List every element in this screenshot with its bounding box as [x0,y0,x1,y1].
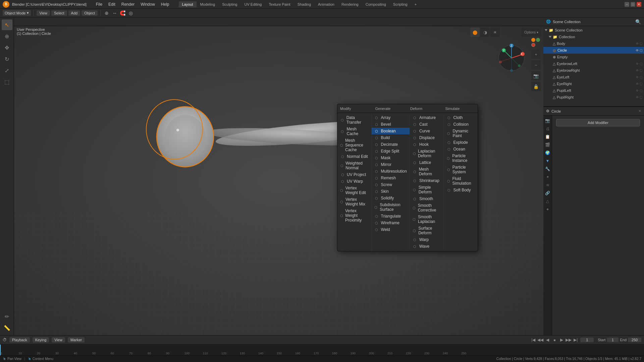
tab-rendering[interactable]: Rendering [338,1,362,7]
mod-subdivision-surface[interactable]: ⬡ Subdivision Surface [372,201,410,213]
tree-scene-collection[interactable]: 📁 Scene Collection [543,27,644,34]
mod-weighted-normal[interactable]: ⬡ Weighted Normal [337,160,371,171]
menu-file[interactable]: File [93,1,105,7]
circle-restrict1[interactable]: 👁 [636,49,639,52]
jump-prev-keyframe-btn[interactable]: ◀◀ [537,337,544,343]
tree-circle[interactable]: ◎ Circle 👁 ⬡ [543,47,644,54]
play-reverse-btn[interactable]: ◀ [544,337,551,343]
ebr-r2[interactable]: ⬡ [640,69,643,72]
render-props-icon[interactable]: 📷 [544,117,551,124]
mod-dynamic-paint[interactable]: ⬡ Dynamic Paint [444,128,478,139]
mod-boolean[interactable]: ⬡ Boolean [372,128,410,134]
mod-curve[interactable]: ⬡ Curve [410,128,444,134]
circle-restrict2[interactable]: ⬡ [640,49,643,52]
menu-edit[interactable]: Edit [106,1,118,7]
measure-tool[interactable]: 📏 [2,322,12,333]
tab-uv-editing[interactable]: UV Editing [241,1,265,7]
tab-add[interactable]: + [411,1,420,7]
jump-end-btn[interactable]: ▶| [572,337,579,343]
snap-icon[interactable]: 🧲 [119,10,126,16]
body-restrict2[interactable]: ⬡ [640,42,643,46]
mod-hook[interactable]: ⬡ Hook [410,141,444,148]
nav-gizmo-svg[interactable]: X Y Z [496,43,527,73]
mod-smooth-corrective[interactable]: ⬡ Smooth Corrective [410,202,444,214]
mod-mirror[interactable]: ⬡ Mirror [372,161,410,168]
menu-render[interactable]: Render [119,1,137,7]
physics-icon[interactable]: ≋ [544,181,551,189]
ebr-r1[interactable]: 👁 [636,69,639,72]
timeline-ruler[interactable]: 1 10 20 30 40 50 60 70 80 90 100 110 120… [0,344,644,356]
mod-vertex-weight-edit[interactable]: ⬡ Vertex Weight Edit [337,185,371,196]
body-restrict1[interactable]: 👁 [636,42,639,46]
mod-collision[interactable]: ⬡ Collision [444,121,478,128]
mod-displace[interactable]: ⬡ Displace [410,134,444,141]
tab-sculpting[interactable]: Sculpting [219,1,240,7]
add-modifier-button[interactable]: Add Modifier [556,119,640,126]
playback-btn[interactable]: Playback [9,337,30,343]
solid-shading-btn[interactable]: ⬤ [470,27,480,37]
navigation-gizmo[interactable]: X Y Z [496,43,527,73]
el-r1[interactable]: 👁 [636,75,639,79]
mod-warp[interactable]: ⬡ Warp [410,236,444,243]
scene-props-icon[interactable]: 🎬 [544,141,551,148]
mod-edge-split[interactable]: ⬡ Edge Split [372,148,410,155]
mod-laplacian-deform[interactable]: ⬡ Laplacian Deform [410,148,444,159]
mod-explode[interactable]: ⬡ Explode [444,139,478,146]
jump-start-btn[interactable]: |◀ [530,337,537,343]
mod-bevel[interactable]: ⬡ Bevel [372,121,410,128]
start-frame-input[interactable] [607,338,619,342]
maximize-button[interactable]: □ [631,2,635,7]
mod-mesh-sequence-cache[interactable]: ⬡ Mesh Sequence Cache [337,137,371,153]
ebl-r1[interactable]: 👁 [636,62,639,66]
tab-compositing[interactable]: Compositing [362,1,389,7]
keying-btn[interactable]: Keying [33,337,49,343]
mod-cast[interactable]: ⬡ Cast [410,121,444,128]
tree-eye-right[interactable]: △ EyeRight 👁 ⬡ [543,80,644,87]
tab-layout[interactable]: Layout [179,1,197,7]
mod-data-transfer[interactable]: ⬡ Data Transfer [337,114,371,126]
mod-smooth-laplacian[interactable]: ⬡ Smooth Laplacian [410,214,444,225]
mod-wireframe[interactable]: ⬡ Wireframe [372,220,410,226]
mod-surface-deform[interactable]: ⬡ Surface Deform [410,225,444,236]
tree-empty[interactable]: ⊕ Empty [543,54,644,60]
menu-help[interactable]: Help [158,1,172,7]
mod-particle-instance[interactable]: ⬡ Particle Instance [444,153,478,164]
tab-modeling[interactable]: Modeling [197,1,219,7]
viewport-lock[interactable]: 🔒 [531,82,541,91]
mod-particle-system[interactable]: ⬡ Particle System [444,164,478,175]
constraints-icon[interactable]: 🔗 [544,189,551,197]
tree-eyebrow-right[interactable]: △ EyebrowRight 👁 ⬡ [543,67,644,74]
tab-texture-paint[interactable]: Texture Paint [265,1,293,7]
menu-window[interactable]: Window [138,1,158,7]
tree-collection[interactable]: 📁 Collection [543,34,644,40]
rotate-tool[interactable]: ↻ [2,54,12,64]
el-r2[interactable]: ⬡ [640,75,643,79]
output-props-icon[interactable]: 🖨 [544,125,551,132]
tab-shading[interactable]: Shading [294,1,314,7]
close-button[interactable]: ✕ [637,2,641,7]
tree-eye-left[interactable]: △ EyeLeft 👁 ⬡ [543,74,644,80]
mod-uv-warp[interactable]: ⬡ UV Warp [337,178,371,185]
tree-eyebrow-left[interactable]: △ EyebrowLeft 👁 ⬡ [543,60,644,67]
end-frame-input[interactable] [628,338,641,342]
tree-pupil-left[interactable]: △ PupilLeft 👁 ⬡ [543,87,644,94]
mod-mesh-cache[interactable]: ⬡ Mesh Cache [337,126,371,137]
mod-ocean[interactable]: ⬡ Ocean [444,146,478,153]
outliner-filter-icon[interactable]: 🔍 [635,18,641,25]
mod-solidify[interactable]: ⬡ Solidify [372,195,410,201]
er-r1[interactable]: 👁 [636,82,639,86]
mod-simple-deform[interactable]: ⬡ Simple Deform [410,184,444,195]
mod-build[interactable]: ⬡ Build [372,134,410,141]
mod-array[interactable]: ⬡ Array [372,114,410,121]
mod-remesh[interactable]: ⬡ Remesh [372,175,410,181]
viewport-zoom-in[interactable]: + [531,50,541,59]
view-menu[interactable]: View [37,10,50,16]
object-menu[interactable]: Object [82,10,98,16]
play-btn[interactable]: ▶ [558,337,565,343]
mod-lattice[interactable]: ⬡ Lattice [410,159,444,166]
tree-pupil-right[interactable]: △ PupilRight 👁 ⬡ [543,94,644,101]
mod-skin[interactable]: ⬡ Skin [372,188,410,195]
rendered-shading-btn[interactable]: ☀ [490,27,500,37]
modifier-props-icon[interactable]: 🔧 [544,165,551,173]
mod-shrinkwrap[interactable]: ⬡ Shrinkwrap [410,177,444,184]
